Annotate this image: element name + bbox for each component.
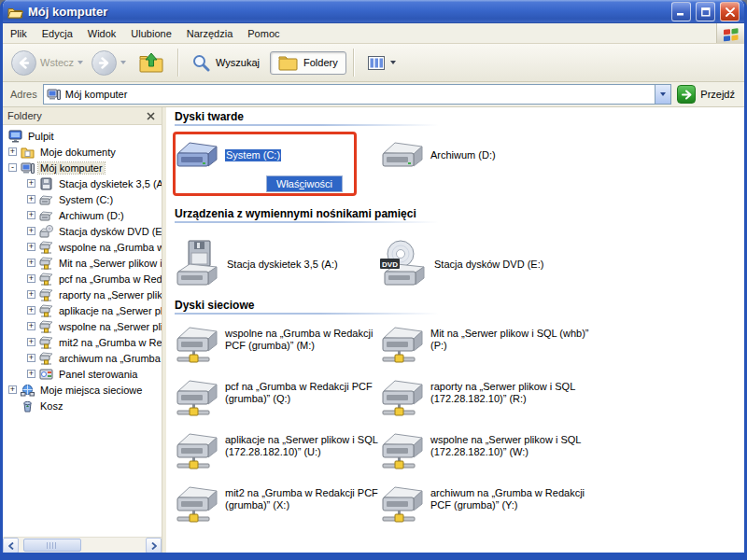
drive-label: wspolne na „Grumba w Redakcji PCF (grumb… [225, 328, 380, 352]
scrollbar-thumb[interactable] [23, 539, 81, 552]
folders-panel-header: Foldery [3, 107, 162, 125]
forward-dropdown-icon[interactable] [120, 61, 126, 64]
forward-button[interactable] [89, 49, 129, 77]
drive-label: pcf na „Grumba w Redakcji PCF (grumba)” … [225, 381, 380, 405]
close-button[interactable] [720, 2, 740, 21]
tree-expander-icon[interactable]: + [27, 290, 35, 299]
tree-item[interactable]: + Mit na „Serwer plikow i SQL [3, 255, 162, 271]
tree-item-label: Stacja dyskietek 3,5 (A:) [57, 178, 162, 189]
network-drive-icon [39, 241, 53, 254]
folder-up-icon [139, 52, 163, 74]
drive-item[interactable]: pcf na „Grumba w Redakcji PCF (grumba)” … [175, 371, 380, 424]
tree-expander-icon[interactable]: + [27, 306, 35, 315]
tree-item[interactable]: + mit2 na „Grumba w Redakcji P [3, 334, 162, 350]
drive-item[interactable]: wspolne na „Grumba w Redakcji PCF (grumb… [175, 317, 380, 371]
address-value: Mój komputer [65, 89, 651, 100]
scrollbar-track[interactable] [19, 538, 146, 553]
tree-item[interactable]: - Mój komputer [3, 160, 162, 175]
menu-ulubione[interactable]: Ulubione [123, 23, 178, 43]
drive-item[interactable]: raporty na „Serwer plikow i SQL (172.28.… [380, 371, 623, 424]
tree-item[interactable]: + wspolne na „Grumba w Redakcj [3, 239, 162, 255]
address-dropdown-button[interactable] [655, 85, 670, 104]
tree-expander-icon[interactable]: + [27, 354, 35, 362]
tree-item-label: Moje miejsca sieciowe [38, 385, 144, 396]
back-dropdown-icon[interactable] [78, 61, 83, 64]
go-button[interactable]: Przejdź [677, 85, 740, 104]
drive-item[interactable]: DVD Stacja dysków DVD (E:) [380, 231, 623, 298]
tree-expander-icon[interactable]: + [27, 195, 35, 203]
folders-panel-title: Foldery [7, 110, 42, 121]
tree-item[interactable]: + Panel sterowania [3, 366, 162, 382]
tree-expander-icon[interactable]: + [27, 322, 35, 330]
svg-text:DVD: DVD [382, 260, 398, 269]
close-panel-icon[interactable] [144, 109, 157, 122]
search-button[interactable]: Wyszukaj [185, 50, 267, 76]
drive-item[interactable]: aplikacje na „Serwer plikow i SQL (172.2… [175, 424, 380, 477]
tree-expander-icon[interactable]: + [27, 274, 35, 283]
tree-expander-icon[interactable]: + [8, 385, 17, 394]
drive-item[interactable]: wspolne na „Serwer plikow i SQL (172.28.… [380, 424, 623, 477]
network-drive-icon [39, 304, 53, 317]
titlebar[interactable]: Mój komputer [3, 0, 744, 23]
folders-button[interactable]: Foldery [270, 51, 346, 75]
network-drive-icon [39, 336, 53, 349]
views-dropdown-icon[interactable] [390, 61, 396, 64]
network-drive-icon [380, 482, 423, 523]
tree-item[interactable]: + Stacja dyskietek 3,5 (A:) [3, 175, 162, 191]
tree-expander-icon[interactable]: + [27, 179, 35, 188]
tree-item[interactable]: + raporty na „Serwer plikow i [3, 287, 162, 302]
views-button[interactable] [360, 52, 403, 74]
tree-item[interactable]: Pulpit [3, 128, 162, 144]
menu-narzedzia[interactable]: Narzędzia [179, 23, 241, 43]
back-button[interactable]: Wstecz [8, 49, 86, 77]
drive-item[interactable]: archiwum na „Grumba w Redakcji PCF (grum… [380, 477, 623, 530]
address-label: Adres [10, 89, 37, 100]
tree-item-label: System (C:) [57, 194, 115, 205]
tree-item[interactable]: + Stacja dysków DVD (E:) [3, 223, 162, 239]
tree-expander-icon[interactable]: + [27, 259, 35, 267]
tree-item[interactable]: + System (C:) [3, 191, 162, 207]
maximize-button[interactable] [696, 2, 715, 21]
tree-item[interactable]: + pcf na „Grumba w Redakcji PC [3, 271, 162, 287]
tree-item[interactable]: + archiwum na „Grumba w Redakc [3, 350, 162, 366]
drive-item[interactable]: Stacja dyskietek 3,5 (A:) [175, 231, 380, 298]
drive-label: Stacja dyskietek 3,5 (A:) [227, 259, 338, 271]
tree-item-label: Archiwum (D:) [57, 210, 126, 221]
drive-item[interactable]: Mit na „Serwer plikow i SQL (whb)” (P:) [380, 317, 623, 371]
tree-item[interactable]: + Archiwum (D:) [3, 207, 162, 223]
properties-label-part: iwości [304, 178, 332, 189]
network-drives-grid: wspolne na „Grumba w Redakcji PCF (grumb… [175, 315, 744, 530]
network-drive-icon [380, 375, 423, 416]
scroll-right-button[interactable] [146, 538, 162, 553]
folders-panel: Foldery [3, 107, 162, 553]
hard-drive-icon [39, 209, 53, 222]
menu-pomoc[interactable]: Pomoc [240, 23, 287, 43]
my-documents-icon [21, 146, 35, 159]
tree-expander-icon[interactable]: - [8, 163, 17, 172]
menu-plik[interactable]: Plik [3, 23, 35, 43]
scroll-left-button[interactable] [3, 538, 19, 553]
menu-edycja[interactable]: Edycja [35, 23, 80, 43]
tree-item[interactable]: Kosz [3, 398, 162, 413]
menu-widok[interactable]: Widok [80, 23, 124, 43]
tree-item[interactable]: + wspolne na „Serwer plikow i [3, 318, 162, 334]
tree-expander-icon[interactable]: + [27, 211, 35, 219]
tree-expander-icon[interactable]: + [27, 370, 35, 378]
drive-item[interactable]: Archiwum (D:) [380, 137, 623, 173]
tree-item[interactable]: + Moje dokumenty [3, 144, 162, 160]
tree-expander-icon[interactable]: + [8, 147, 17, 156]
tree-item[interactable]: + Moje miejsca sieciowe [3, 382, 162, 398]
tree-expander-icon[interactable]: + [27, 338, 35, 346]
address-combobox[interactable]: Mój komputer [43, 84, 672, 105]
minimize-button[interactable] [671, 2, 691, 21]
drive-item[interactable]: mit2 na „Grumba w Redakcji PCF (grumba)”… [175, 477, 380, 530]
network-drive-icon [175, 482, 218, 523]
tree-item[interactable]: + aplikacje na „Serwer plikow [3, 302, 162, 318]
tree-expander-icon[interactable]: + [27, 243, 35, 251]
network-drive-icon [175, 322, 218, 363]
horizontal-scrollbar[interactable] [3, 537, 162, 553]
tree-item-label: Mit na „Serwer plikow i SQL (whb)” (P:) [57, 258, 162, 269]
tree-expander-icon[interactable]: + [27, 227, 35, 235]
properties-menu-item[interactable]: Właściwości [266, 175, 343, 192]
up-button[interactable] [132, 49, 171, 77]
